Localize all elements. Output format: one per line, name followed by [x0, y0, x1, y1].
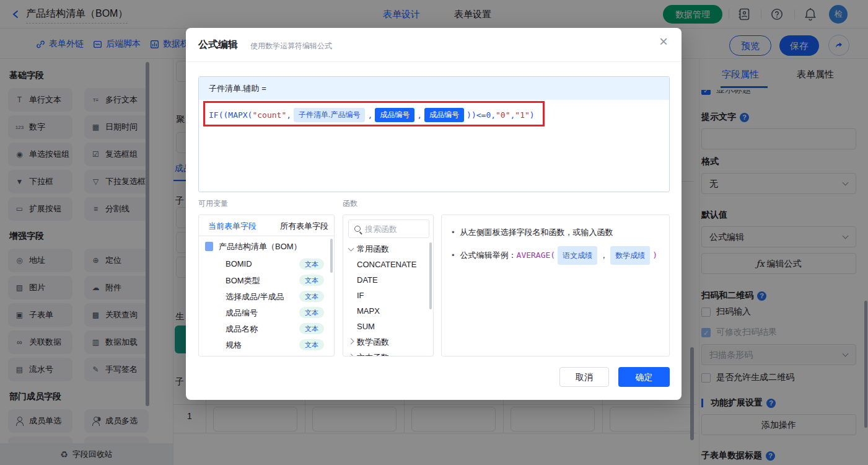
- caret-icon: [348, 339, 354, 345]
- variables-tabs: 当前表单字段 所有表单字段: [199, 215, 334, 236]
- confirm-button[interactable]: 确定: [618, 367, 670, 387]
- formula-token: IF((MAPX(: [209, 110, 252, 120]
- field-type-badge: 文本: [299, 307, 324, 318]
- variable-field-row[interactable]: 成品编号文本: [199, 304, 334, 321]
- field-chip[interactable]: 成品编号: [424, 108, 464, 122]
- variable-field-row[interactable]: 成品名称文本: [199, 321, 334, 337]
- tab-all-form-fields[interactable]: 所有表单字段: [280, 221, 328, 232]
- formula-token: "count": [252, 110, 286, 120]
- function-list: 常用函数CONCATENATEDATEIFMAPXSUM数学函数文本函数: [343, 241, 433, 356]
- function-group-row[interactable]: 常用函数: [343, 241, 433, 257]
- function-search-input[interactable]: [365, 221, 427, 237]
- variable-field-name: BOM类型: [226, 275, 260, 286]
- variable-field-name: 规格: [226, 340, 242, 351]
- form-doc-icon: [205, 242, 213, 251]
- tab-current-form-fields[interactable]: 当前表单字段: [208, 221, 256, 232]
- example-comma: ，: [600, 248, 608, 263]
- function-item[interactable]: IF: [343, 288, 433, 303]
- variables-panel: 当前表单字段 所有表单字段 产品结构清单（BOM） BOMID文本BOM类型文本…: [198, 215, 335, 356]
- functions-label: 函数: [343, 198, 357, 209]
- field-chip[interactable]: 成品编号: [375, 108, 414, 122]
- variables-root-label: 产品结构清单（BOM）: [219, 241, 302, 252]
- function-item[interactable]: MAPX: [343, 303, 433, 319]
- function-group-row[interactable]: 文本函数: [343, 350, 433, 356]
- field-type-badge: 文本: [299, 291, 324, 302]
- variables-label: 可用变量: [198, 198, 228, 209]
- example-field-chip: 数学成绩: [610, 246, 650, 265]
- functions-scrollbar[interactable]: [429, 242, 432, 309]
- tip-line-2: 公式编辑举例： AVERAGE( 语文成绩 ， 数学成绩 ): [452, 246, 659, 265]
- field-type-badge: 文本: [299, 259, 324, 270]
- field-chip[interactable]: 子件清单.产品编号: [294, 108, 365, 122]
- variable-field-row[interactable]: 规格文本: [199, 337, 334, 353]
- field-type-badge: 文本: [299, 275, 324, 286]
- cancel-button[interactable]: 取消: [559, 367, 609, 387]
- function-item[interactable]: SUM: [343, 319, 433, 334]
- variable-field-name: 选择成品/半成品: [226, 291, 284, 303]
- close-icon[interactable]: ×: [659, 34, 668, 49]
- field-type-badge: 文本: [299, 323, 324, 334]
- formula-token: ,: [511, 110, 515, 120]
- function-search[interactable]: [348, 219, 429, 238]
- formula-token: "0": [496, 110, 510, 120]
- variable-field-name: 成品名称: [226, 324, 258, 335]
- variables-tree: BOMID文本BOM类型文本选择成品/半成品文本成品编号文本成品名称文本规格文本: [199, 256, 334, 353]
- formula-token: ))<=0,: [467, 110, 496, 120]
- functions-panel: 常用函数CONCATENATEDATEIFMAPXSUM数学函数文本函数: [343, 215, 434, 356]
- formula-expression[interactable]: IF((MAPX("count",子件清单.产品编号,成品编号,成品编号))<=…: [209, 108, 535, 122]
- function-group-row[interactable]: 数学函数: [343, 334, 433, 350]
- variable-field-name: 成品编号: [226, 308, 258, 319]
- tips-panel: 从左侧面板选择字段名和函数，或输入函数 公式编辑举例： AVERAGE( 语文成…: [441, 215, 670, 356]
- variables-scrollbar[interactable]: [330, 239, 333, 273]
- function-group-label: 文本函数: [357, 352, 389, 356]
- search-icon: [354, 226, 361, 232]
- formula-token: ,: [286, 110, 291, 120]
- variables-root-row[interactable]: 产品结构清单（BOM）: [199, 240, 334, 254]
- caret-icon: [348, 246, 354, 252]
- modal-title: 公式编辑: [198, 38, 238, 51]
- tip-text: 从左侧面板选择字段名和函数，或输入函数: [460, 225, 613, 240]
- formula-token: ,: [367, 110, 372, 120]
- example-field-chip: 语文成绩: [558, 246, 597, 265]
- tip-line-1: 从左侧面板选择字段名和函数，或输入函数: [452, 225, 659, 240]
- divider: [186, 61, 682, 62]
- formula-token: ): [530, 110, 535, 120]
- formula-target: 子件清单.辅助 =: [199, 77, 669, 100]
- variable-field-row[interactable]: 选择成品/半成品文本: [199, 288, 334, 304]
- formula-token: "1": [515, 110, 529, 120]
- variable-field-name: BOMID: [226, 259, 252, 268]
- variable-field-row[interactable]: BOM类型文本: [199, 272, 334, 288]
- example-function-close: ): [652, 248, 657, 263]
- field-type-badge: 文本: [299, 339, 324, 350]
- function-group-label: 常用函数: [357, 244, 389, 255]
- tip-text: 公式编辑举例：: [460, 248, 517, 263]
- example-function-open: AVERAGE(: [517, 248, 556, 263]
- caret-icon: [348, 354, 354, 356]
- formula-token: ,: [417, 110, 422, 120]
- modal-subtitle: 使用数学运算符编辑公式: [250, 41, 332, 51]
- variable-field-row[interactable]: BOMID文本: [199, 256, 334, 272]
- formula-edit-modal: 公式编辑 使用数学运算符编辑公式 × 子件清单.辅助 = IF((MAPX("c…: [186, 28, 682, 400]
- formula-editor[interactable]: 子件清单.辅助 = IF((MAPX("count",子件清单.产品编号,成品编…: [198, 76, 670, 192]
- function-item[interactable]: DATE: [343, 272, 433, 288]
- function-item[interactable]: CONCATENATE: [343, 257, 433, 272]
- function-group-label: 数学函数: [357, 337, 389, 348]
